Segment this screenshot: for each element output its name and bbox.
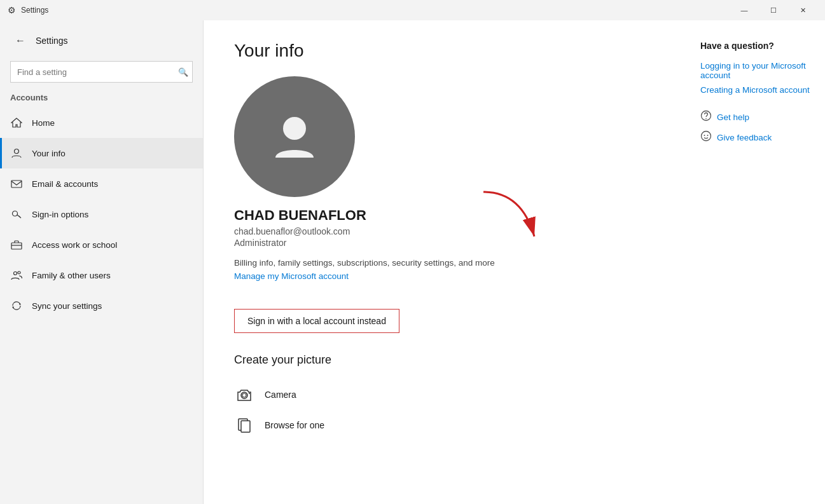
get-help-label: Get help bbox=[717, 112, 749, 122]
help-title: Have a question? bbox=[700, 41, 810, 51]
briefcase-icon bbox=[10, 238, 23, 251]
page-title: Your info bbox=[234, 41, 655, 61]
svg-point-2 bbox=[13, 211, 18, 216]
logging-in-link[interactable]: Logging in to your Microsoft account bbox=[700, 61, 810, 80]
sidebar: ← Settings 🔍 Accounts Home You bbox=[0, 20, 204, 504]
key-icon bbox=[10, 208, 23, 221]
creating-account-link[interactable]: Creating a Microsoft account bbox=[700, 85, 810, 95]
sidebar-item-access-work[interactable]: Access work or school bbox=[0, 229, 203, 260]
camera-icon bbox=[234, 385, 254, 405]
sidebar-header: ← Settings bbox=[0, 25, 203, 56]
avatar bbox=[234, 76, 355, 197]
browse-icon bbox=[234, 415, 254, 435]
main-content: Your info CHAD BUENAFLOR chad.buenaflor@… bbox=[204, 20, 685, 504]
user-email: chad.buenaflor@outlook.com bbox=[234, 226, 655, 236]
people-icon bbox=[10, 269, 23, 282]
right-panel: Have a question? Logging in to your Micr… bbox=[685, 20, 825, 504]
profile-section: CHAD BUENAFLOR chad.buenaflor@outlook.co… bbox=[234, 76, 655, 296]
search-icon-button[interactable]: 🔍 bbox=[174, 62, 192, 82]
home-icon bbox=[10, 116, 23, 129]
help-links: Logging in to your Microsoft account Cre… bbox=[700, 61, 810, 95]
titlebar-title: Settings bbox=[21, 6, 730, 15]
maximize-button[interactable]: ☐ bbox=[759, 0, 788, 20]
svg-point-15 bbox=[702, 132, 711, 141]
sidebar-item-sign-in-label: Sign-in options bbox=[32, 210, 88, 219]
sidebar-item-your-info[interactable]: Your info bbox=[0, 138, 203, 168]
sidebar-item-sync-label: Sync your settings bbox=[32, 301, 102, 311]
give-feedback-icon bbox=[700, 130, 712, 144]
sidebar-item-home[interactable]: Home bbox=[0, 107, 203, 138]
app-container: ← Settings 🔍 Accounts Home You bbox=[0, 20, 825, 504]
svg-point-0 bbox=[15, 149, 19, 154]
browse-label: Browse for one bbox=[265, 420, 324, 430]
email-icon bbox=[10, 177, 23, 190]
sidebar-item-email-accounts[interactable]: Email & accounts bbox=[0, 168, 203, 199]
search-box[interactable]: 🔍 bbox=[10, 61, 193, 83]
sidebar-app-title: Settings bbox=[36, 36, 68, 46]
sync-icon bbox=[10, 299, 23, 312]
get-help-action[interactable]: Get help bbox=[700, 110, 810, 124]
user-role: Administrator bbox=[234, 238, 655, 248]
sidebar-item-home-label: Home bbox=[32, 118, 55, 128]
search-input[interactable] bbox=[11, 64, 174, 81]
sidebar-item-family-label: Family & other users bbox=[32, 271, 111, 280]
svg-point-14 bbox=[705, 118, 707, 119]
settings-icon: ⚙ bbox=[8, 5, 16, 15]
browse-option[interactable]: Browse for one bbox=[234, 410, 655, 440]
close-button[interactable]: ✕ bbox=[788, 0, 817, 20]
back-button[interactable]: ← bbox=[10, 31, 31, 51]
billing-info-text: Billing info, family settings, subscript… bbox=[234, 258, 655, 268]
svg-point-5 bbox=[18, 271, 20, 274]
svg-point-16 bbox=[704, 135, 705, 136]
svg-rect-1 bbox=[11, 180, 22, 187]
create-picture-title: Create your picture bbox=[234, 353, 655, 367]
svg-point-10 bbox=[249, 393, 250, 394]
user-name: CHAD BUENAFLOR bbox=[234, 207, 655, 224]
sidebar-item-your-info-label: Your info bbox=[32, 149, 66, 158]
manage-account-link[interactable]: Manage my Microsoft account bbox=[234, 271, 655, 281]
get-help-icon bbox=[700, 110, 712, 124]
svg-point-6 bbox=[283, 117, 306, 140]
give-feedback-action[interactable]: Give feedback bbox=[700, 130, 810, 144]
svg-rect-3 bbox=[11, 243, 22, 249]
give-feedback-label: Give feedback bbox=[717, 133, 772, 142]
svg-point-17 bbox=[707, 135, 709, 136]
camera-option[interactable]: Camera bbox=[234, 379, 655, 410]
sidebar-item-email-accounts-label: Email & accounts bbox=[32, 179, 98, 189]
svg-point-9 bbox=[242, 393, 246, 397]
titlebar-controls: — ☐ ✕ bbox=[730, 0, 817, 20]
svg-rect-12 bbox=[241, 421, 250, 432]
sidebar-item-access-work-label: Access work or school bbox=[32, 240, 117, 250]
sidebar-item-sync-settings[interactable]: Sync your settings bbox=[0, 290, 203, 321]
accounts-label: Accounts bbox=[0, 90, 203, 107]
person-icon bbox=[10, 147, 23, 160]
sidebar-item-sign-in-options[interactable]: Sign-in options bbox=[0, 199, 203, 229]
minimize-button[interactable]: — bbox=[730, 0, 759, 20]
titlebar: ⚙ Settings — ☐ ✕ bbox=[0, 0, 825, 20]
sidebar-item-family-users[interactable]: Family & other users bbox=[0, 260, 203, 290]
sign-in-local-button[interactable]: Sign in with a local account instead bbox=[234, 309, 399, 333]
svg-point-4 bbox=[14, 272, 17, 275]
camera-label: Camera bbox=[265, 390, 296, 400]
